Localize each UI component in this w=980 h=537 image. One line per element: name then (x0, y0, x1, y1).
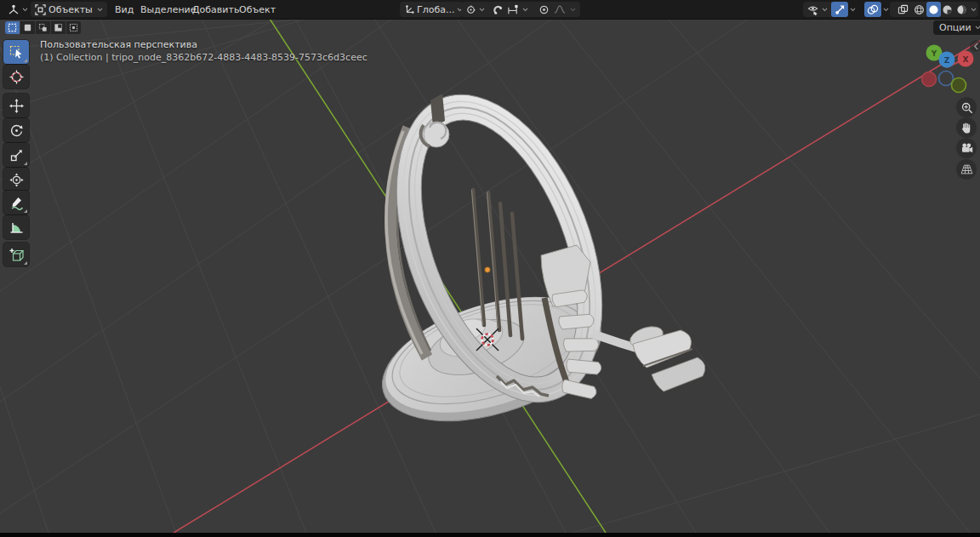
select-mode-intersect[interactable] (66, 21, 81, 34)
shading-wireframe-button[interactable] (912, 2, 926, 17)
pan-button[interactable] (956, 117, 977, 138)
viewport-view-label: Пользовательская перспектива (40, 39, 197, 50)
svg-text:Z: Z (944, 56, 950, 65)
object-origin-dot (485, 267, 490, 272)
chevron-down-icon[interactable] (522, 8, 528, 12)
gizmos-dropdown (831, 2, 862, 17)
magnifier-plus-icon (960, 101, 973, 114)
wireframe-sphere-icon (914, 4, 925, 15)
viewport-grid (0, 19, 980, 533)
chevron-down-icon (975, 26, 980, 30)
chevron-down-icon[interactable] (850, 8, 856, 12)
chevron-down-icon[interactable] (883, 8, 889, 12)
harp-model[interactable] (356, 66, 705, 444)
pivot-point-icon (465, 4, 476, 15)
proportional-edit-group (534, 2, 580, 17)
chevron-down-icon[interactable] (971, 8, 977, 12)
chevron-left-icon (973, 43, 979, 50)
snap-target-increment-icon[interactable] (507, 4, 519, 15)
tool-cursor[interactable] (3, 65, 29, 89)
select-box-icon (9, 45, 24, 60)
falloff-curve-icon[interactable] (554, 4, 566, 14)
select-mode-subtract[interactable] (36, 21, 50, 34)
move-icon (9, 99, 24, 113)
tool-add-cube[interactable] (3, 243, 29, 266)
gizmo-axis-z[interactable]: Z (939, 52, 955, 68)
subtool-indicator (24, 162, 27, 165)
shading-material-button[interactable] (941, 2, 955, 17)
subtool-indicator (24, 59, 27, 62)
eye-pointer-icon (807, 4, 819, 15)
chevron-down-icon[interactable] (570, 8, 576, 12)
scale-icon (9, 148, 24, 163)
snap-group (488, 2, 538, 17)
proportional-editing-icon[interactable] (538, 4, 550, 15)
shading-mode-group (910, 2, 978, 17)
select-mode-group (5, 21, 81, 34)
gizmo-axis-neg-y[interactable] (952, 78, 966, 93)
tool-scale[interactable] (3, 143, 29, 167)
tool-measure[interactable] (3, 215, 29, 239)
perspective-grid-icon (960, 163, 973, 175)
shading-solid-button[interactable] (926, 2, 941, 17)
select-mode-extend[interactable] (20, 21, 35, 34)
select-mode-set[interactable] (5, 21, 20, 34)
object-mode-icon (35, 4, 46, 15)
scene-3d[interactable] (0, 19, 980, 533)
toggle-projection-button[interactable] (956, 159, 977, 180)
subtool-indicator (24, 261, 27, 265)
hand-icon (960, 122, 972, 134)
top-header: Объекты Вид Выделение Добавить Объект Гл… (0, 0, 980, 20)
sidebar-toggle-button[interactable] (970, 40, 980, 52)
overlapping-squares-icon (897, 4, 909, 15)
add-cube-icon (9, 248, 24, 262)
shading-rendered-button[interactable] (954, 2, 969, 17)
measure-protractor-icon (9, 220, 24, 235)
mode-select[interactable]: Объекты (31, 2, 107, 17)
orientation-label: Глоба... (417, 4, 454, 15)
chevron-down-icon (22, 8, 28, 12)
gizmo-axis-neg-x[interactable] (922, 72, 937, 87)
viewport-breadcrumb: (1) Collection | tripo_node_8362b672-488… (40, 52, 368, 63)
camera-icon (960, 142, 973, 154)
mode-label: Объекты (48, 4, 94, 15)
tool-transform[interactable] (3, 168, 29, 191)
bottom-black-bar (0, 533, 980, 537)
chevron-down-icon (822, 8, 828, 12)
gizmo-axis-x[interactable]: X (958, 51, 974, 67)
orientation-axes-icon (404, 4, 414, 14)
overlapping-circles-icon (867, 4, 879, 15)
tool-annotate[interactable] (3, 191, 29, 214)
show-gizmo-toggle[interactable] (831, 2, 848, 17)
material-sphere-icon (942, 4, 953, 15)
rendered-sphere-icon (956, 4, 967, 15)
show-overlays-toggle[interactable] (864, 2, 881, 17)
rotate-icon (9, 123, 24, 138)
navigation-gizmo[interactable]: Y X Z (915, 37, 977, 99)
annotate-pencil-icon (9, 196, 24, 210)
tool-move[interactable] (3, 94, 29, 117)
chevron-down-icon (479, 8, 485, 12)
solid-sphere-icon (928, 4, 939, 15)
options-button[interactable]: Опции (933, 20, 980, 35)
gizmo-arrow-icon (835, 4, 846, 15)
svg-text:Y: Y (931, 49, 937, 58)
cursor-3d-icon (9, 70, 24, 84)
menu-object[interactable]: Объект (233, 0, 282, 19)
chevron-down-icon (97, 8, 103, 12)
camera-view-button[interactable] (956, 138, 977, 158)
editor-type-3d-viewport-icon (8, 4, 20, 15)
tool-select-box[interactable] (3, 40, 29, 64)
transform-icon (9, 173, 24, 187)
transform-orientation-select[interactable]: Глоба... (400, 2, 463, 17)
select-mode-invert[interactable] (51, 21, 66, 34)
subtool-indicator (24, 209, 27, 213)
svg-text:X: X (963, 55, 969, 64)
zoom-button[interactable] (956, 97, 977, 117)
tool-rotate[interactable] (3, 118, 29, 142)
snap-toggle-magnet-icon[interactable] (493, 4, 504, 15)
